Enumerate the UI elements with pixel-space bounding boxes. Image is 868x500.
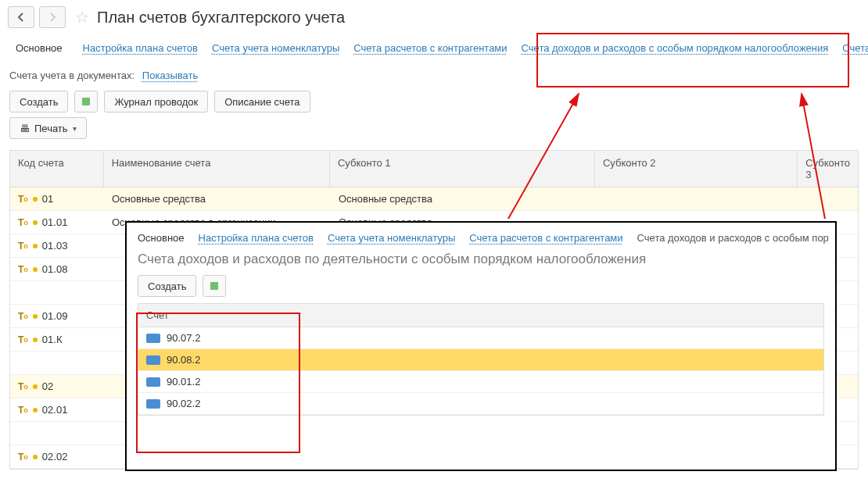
star-icon[interactable]: ☆ [75, 8, 89, 27]
code-value: 01.01 [42, 216, 68, 228]
toolbar-2: 🖶 Печать ▾ [0, 117, 868, 144]
col-sub3[interactable]: Субконто 3 [798, 151, 858, 187]
status-dot [33, 455, 38, 459]
t-icon: Tо [18, 264, 28, 275]
popup-table-body: 90.07.290.08.290.01.290.02.2 [138, 327, 823, 415]
tab-nomenclature[interactable]: Счета учета номенклатуры [212, 42, 339, 54]
code-value: 02.02 [42, 451, 68, 462]
popup-row[interactable]: 90.08.2 [138, 349, 823, 371]
popup-row[interactable]: 90.02.2 [138, 393, 823, 415]
svg-rect-0 [82, 98, 90, 105]
status-dot [33, 244, 38, 248]
tab-more[interactable]: Счета [842, 42, 868, 54]
svg-rect-1 [210, 282, 218, 290]
cell-code: Tо01.К [10, 334, 104, 345]
status-dot [33, 338, 38, 342]
page-title: План счетов бухгалтерского учета [97, 9, 345, 27]
popup-row[interactable]: 90.01.2 [138, 371, 823, 393]
t-icon: Tо [18, 334, 28, 345]
print-button[interactable]: 🖶 Печать ▾ [9, 117, 87, 139]
back-button[interactable] [8, 6, 34, 28]
status-dot [33, 384, 38, 389]
cell-code: Tо01.01 [10, 216, 104, 228]
tab-special-tax[interactable]: Счета доходов и расходов с особым порядк… [522, 42, 829, 54]
status-dot [33, 220, 38, 225]
popup-row-value: 90.01.2 [167, 376, 200, 388]
col-code[interactable]: Код счета [10, 151, 104, 187]
popup-tab-plan[interactable]: Настройка плана счетов [199, 232, 314, 244]
t-icon: Tо [18, 311, 28, 322]
cell-code: Tо02 [10, 380, 104, 392]
cell-code: Tо01.09 [10, 310, 104, 322]
code-value: 02.01 [42, 404, 68, 416]
refresh-button[interactable] [74, 91, 98, 112]
tabs-row: Основное Настройка плана счетов Счета уч… [0, 34, 868, 65]
create-button[interactable]: Создать [9, 91, 68, 112]
col-name[interactable]: Наименование счета [104, 151, 330, 187]
filter-value[interactable]: Показывать [142, 70, 198, 81]
tab-main[interactable]: Основное [9, 39, 69, 57]
popup-window: Основное Настройка плана счетов Счета уч… [125, 221, 837, 471]
popup-row-value: 90.07.2 [167, 332, 200, 344]
popup-tab-nomenclature[interactable]: Счета учета номенклатуры [328, 232, 455, 244]
t-icon: Tо [18, 217, 28, 228]
code-value: 01.08 [42, 263, 68, 275]
cell-name: Основные средства [104, 193, 331, 205]
card-icon [146, 377, 160, 387]
t-icon: Tо [18, 381, 28, 392]
chevron-down-icon: ▾ [73, 124, 77, 133]
table-row[interactable]: Tо01Основные средстваОсновные средства [10, 188, 858, 211]
popup-subtitle: Счета доходов и расходов по деятельности… [127, 250, 835, 275]
code-value: 01.03 [42, 240, 68, 252]
code-value: 01.К [42, 334, 63, 345]
tab-contractors[interactable]: Счета расчетов с контрагентами [353, 42, 507, 54]
printer-icon: 🖶 [20, 123, 30, 134]
t-icon: Tо [18, 452, 28, 462]
cell-code: Tо01 [10, 193, 104, 205]
cell-code: Tо01.08 [10, 263, 104, 275]
code-value: 02 [42, 380, 53, 392]
card-icon [146, 355, 160, 365]
filter-label: Счета учета в документах: [9, 70, 135, 81]
t-icon: Tо [18, 194, 28, 205]
popup-table: Счет 90.07.290.08.290.01.290.02.2 [138, 303, 824, 416]
status-dot [33, 408, 38, 412]
popup-row-value: 90.02.2 [167, 398, 200, 409]
t-icon: Tо [18, 241, 28, 252]
cell-code: Tо01.03 [10, 240, 104, 252]
print-label: Печать [34, 123, 68, 134]
tab-plan-settings[interactable]: Настройка плана счетов [83, 42, 198, 54]
popup-toolbar: Создать [127, 275, 835, 303]
describe-button[interactable]: Описание счета [214, 91, 310, 112]
popup-tab-active[interactable]: Счета доходов и расходов с особым пор [637, 232, 829, 244]
popup-tab-contractors[interactable]: Счета расчетов с контрагентами [469, 232, 622, 244]
cell-code: Tо02.01 [10, 404, 104, 416]
popup-tabs: Основное Настройка плана счетов Счета уч… [127, 223, 835, 250]
card-icon [146, 399, 160, 409]
popup-refresh-button[interactable] [203, 275, 226, 297]
table-header: Код счета Наименование счета Субконто 1 … [10, 151, 858, 188]
status-dot [33, 314, 38, 319]
journal-button[interactable]: Журнал проводок [104, 91, 208, 112]
popup-col-header[interactable]: Счет [138, 304, 823, 327]
status-dot [33, 267, 38, 272]
popup-tab-main[interactable]: Основное [138, 232, 185, 244]
forward-button[interactable] [39, 6, 66, 28]
filter-row: Счета учета в документах: Показывать [0, 65, 868, 86]
col-sub2[interactable]: Субконто 2 [595, 151, 798, 187]
code-value: 01 [42, 193, 53, 205]
popup-row[interactable]: 90.07.2 [138, 327, 823, 349]
status-dot [33, 197, 38, 202]
topbar: ☆ План счетов бухгалтерского учета [0, 0, 868, 34]
popup-row-value: 90.08.2 [167, 354, 200, 366]
cell-code: Tо02.02 [10, 451, 104, 462]
toolbar: Создать Журнал проводок Описание счета [0, 86, 868, 117]
cell-sub1: Основные средства [331, 193, 597, 205]
card-icon [146, 334, 160, 343]
code-value: 01.09 [42, 310, 68, 322]
popup-create-button[interactable]: Создать [138, 275, 196, 297]
t-icon: Tо [18, 405, 28, 416]
col-sub1[interactable]: Субконто 1 [330, 151, 595, 187]
